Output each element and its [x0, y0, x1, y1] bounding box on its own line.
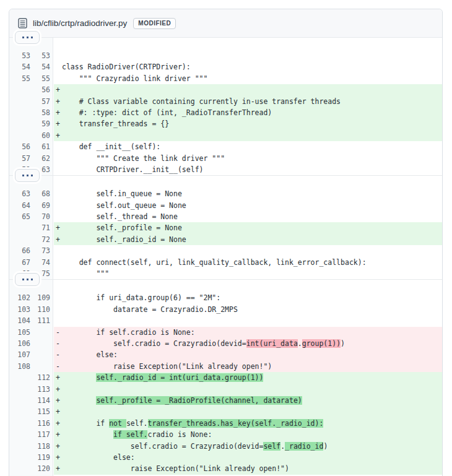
code-segment: if self.cradio is None:: [62, 328, 195, 337]
code-line: [62, 384, 442, 395]
code-line: """ Crazyradio link driver """: [62, 73, 442, 84]
line-content: + # Class variable containing currently …: [54, 96, 442, 107]
diff-row: 71+ self._profile = None: [9, 222, 442, 233]
diff-marker: [54, 245, 62, 256]
code-segment: def __init__(self):: [62, 142, 160, 151]
diff-marker: [54, 200, 62, 211]
diff-row: 5863 CRTPDriver.__init__(self): [9, 164, 442, 175]
diff-row: 59+ transfer_threads = {}: [9, 118, 442, 129]
new-line-number: 117: [30, 429, 50, 440]
diff-row: 102109 if uri_data.group(6) == "2M":: [9, 292, 442, 303]
code-segment: self: [263, 442, 280, 451]
diff-marker: [54, 315, 62, 326]
old-line-number: 108: [9, 361, 30, 372]
diff-row: 5353: [9, 50, 442, 61]
hunk-divider: [9, 279, 442, 292]
line-content: class RadioDriver(CRTPDriver):: [54, 61, 442, 72]
diff-marker: +: [54, 130, 62, 141]
old-line-number: 57: [9, 153, 30, 164]
code-line: [62, 406, 442, 417]
diff-row: 104111: [9, 315, 442, 326]
old-line-number: 103: [9, 304, 30, 315]
ellipsis-dot: [22, 279, 24, 280]
diff-marker: +: [54, 429, 62, 440]
code-segment: if uri_data.group(6) == "2M":: [62, 293, 220, 302]
old-line-number: 55: [9, 73, 30, 84]
diff-row: 6368 self.in_queue = None: [9, 188, 442, 199]
code-segment: raise Exception("Link already open!"): [62, 362, 272, 371]
diff-marker: [54, 164, 62, 175]
new-line-number: 53: [30, 50, 50, 61]
new-line-number: 69: [30, 200, 50, 211]
expand-hunk-button[interactable]: [15, 273, 40, 286]
new-line-number: 61: [30, 141, 50, 152]
file-icon: [18, 18, 27, 28]
diff-row: 6774 def connect(self, uri, link_quality…: [9, 257, 442, 268]
code-segment: ): [341, 339, 345, 348]
ellipsis-dot: [31, 175, 33, 176]
diff-marker: [54, 61, 62, 72]
line-content: + self._profile = _RadioProfile(channel,…: [54, 395, 442, 406]
code-segment: """: [62, 269, 109, 278]
file-diff-card: lib/cflib/crtp/radiodriver.py MODIFIED 5…: [9, 9, 443, 476]
code-segment: self._radio_id = int(uri_data.group(1)): [96, 373, 263, 382]
expand-hunk-button[interactable]: [15, 169, 40, 182]
code-segment: self._profile = _RadioProfile(channel, d…: [96, 396, 302, 405]
expand-hunk-button[interactable]: [15, 31, 40, 44]
code-line: datarate = Crazyradio.DR_2MPS: [62, 304, 442, 315]
code-segment: self.in_queue = None: [62, 189, 182, 198]
ellipsis-dot: [27, 175, 28, 176]
diff-marker: +: [54, 452, 62, 463]
diff-row: 112+ self._radio_id = int(uri_data.group…: [9, 372, 442, 383]
old-line-number: [9, 118, 30, 129]
old-line-number: 107: [9, 349, 30, 360]
diff-row: 58+ #: :type: dict of (int, _RadioTransf…: [9, 107, 442, 118]
line-content: + if self.cradio is None:: [54, 429, 442, 440]
line-content: +: [54, 384, 442, 395]
code-segment: [62, 396, 96, 405]
diff-marker: -: [54, 327, 62, 338]
code-segment: """ Crazyradio link driver """: [62, 74, 207, 83]
diff-marker: [54, 304, 62, 315]
code-line: self._radio_id = None: [62, 234, 442, 245]
new-line-number: 120: [30, 463, 50, 474]
code-line: [62, 315, 442, 326]
code-line: self.out_queue = None: [62, 200, 442, 211]
file-path[interactable]: lib/cflib/crtp/radiodriver.py: [33, 19, 127, 28]
line-content: + else:: [54, 452, 442, 463]
new-line-number: 58: [30, 107, 50, 118]
new-line-number: [30, 338, 50, 349]
code-segment: int(uri_data: [246, 339, 298, 348]
ellipsis-dot: [27, 279, 28, 280]
diff-row: 5454class RadioDriver(CRTPDriver):: [9, 61, 442, 72]
new-line-number: 56: [30, 84, 50, 95]
diff-row: 103110 datarate = Crazyradio.DR_2MPS: [9, 304, 442, 315]
old-line-number: 53: [9, 50, 30, 61]
code-line: # Class variable containing currently in…: [62, 96, 442, 107]
diff-row: 115+: [9, 406, 442, 417]
line-content: - raise Exception("Link already open!"): [54, 361, 442, 372]
line-content: - else:: [54, 349, 442, 360]
file-status-badge: MODIFIED: [133, 18, 176, 29]
new-line-number: [30, 327, 50, 338]
new-line-number: 60: [30, 130, 50, 141]
line-content: self._thread = None: [54, 211, 442, 222]
line-content: + if not self.transfer_threads.has_key(s…: [54, 418, 442, 429]
code-segment: datarate = Crazyradio.DR_2MPS: [62, 305, 238, 314]
code-segment: transfer_threads.has_key(self._radio_id)…: [148, 419, 324, 428]
diff-marker: +: [54, 372, 62, 383]
old-line-number: 106: [9, 338, 30, 349]
code-line: if self.cradio is None:: [62, 429, 442, 440]
old-line-number: [9, 463, 30, 474]
code-segment: [62, 373, 96, 382]
diff-row: 118+ self.cradio = Crazyradio(devid=self…: [9, 441, 442, 452]
old-line-number: 105: [9, 327, 30, 338]
line-content: +: [54, 406, 442, 417]
code-segment: group(1)): [302, 339, 341, 348]
old-line-number: [9, 384, 30, 395]
diff-row: 6673: [9, 245, 442, 256]
diff-marker: [54, 188, 62, 199]
code-segment: # Class variable containing currently in…: [62, 97, 341, 106]
line-content: + self.cradio = Crazyradio(devid=self._r…: [54, 441, 442, 452]
code-line: #: :type: dict of (int, _RadioTransferTh…: [62, 107, 442, 118]
